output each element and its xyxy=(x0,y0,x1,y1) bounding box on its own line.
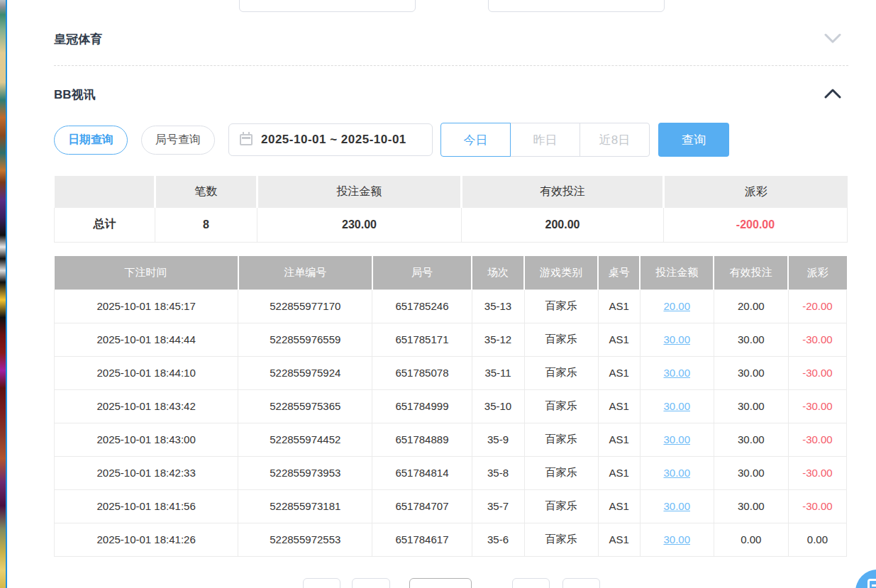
table-row: 2025-10-01 18:44:10522855975924651785078… xyxy=(55,356,847,389)
pagination-page-select[interactable] xyxy=(409,578,472,588)
bet-amount-link[interactable]: 30.00 xyxy=(663,367,690,379)
cell-round-id: 651784889 xyxy=(372,423,472,456)
cell-table-no: AS1 xyxy=(598,323,640,356)
cell-bet-id: 522855975924 xyxy=(238,356,372,389)
quick-button-昨日[interactable]: 昨日 xyxy=(510,123,580,157)
cell-game-type: 百家乐 xyxy=(524,389,598,423)
cell-payout: -30.00 xyxy=(788,323,846,356)
table-row: 2025-10-01 18:45:17522855977170651785246… xyxy=(55,289,847,323)
cell-bet-amount: 30.00 xyxy=(640,423,714,456)
cell-round-id: 651784814 xyxy=(372,456,472,489)
detail-header-cell: 游戏类别 xyxy=(524,256,598,289)
top-input-field-2[interactable] xyxy=(488,0,665,12)
summary-header-cell xyxy=(55,176,155,208)
tab-date-query[interactable]: 日期查询 xyxy=(54,126,128,155)
chevron-up-icon[interactable] xyxy=(824,88,841,99)
record-list-icon xyxy=(867,579,876,588)
summary-total-row: 总计 8 230.00 200.00 -200.00 xyxy=(55,208,848,242)
date-range-picker[interactable]: 2025-10-01 ~ 2025-10-01 xyxy=(228,123,433,156)
quick-button-今日[interactable]: 今日 xyxy=(440,123,511,157)
table-row: 2025-10-01 18:41:26522855972553651784617… xyxy=(55,523,847,556)
cell-table-no: AS1 xyxy=(598,423,640,456)
cell-payout: 0.00 xyxy=(788,523,846,556)
cell-payout: -30.00 xyxy=(788,489,846,523)
cell-game-type: 百家乐 xyxy=(524,523,598,556)
cell-bet-id: 522855975365 xyxy=(238,389,372,423)
summary-valid-bet: 200.00 xyxy=(462,208,664,242)
cell-session: 35-11 xyxy=(472,356,524,389)
cell-valid-bet: 30.00 xyxy=(714,356,788,389)
cell-round-id: 651785246 xyxy=(372,289,472,323)
summary-header-row: 笔数投注金额有效投注派彩 xyxy=(55,176,848,208)
cell-bet-amount: 30.00 xyxy=(640,323,714,356)
cell-valid-bet: 20.00 xyxy=(714,289,788,323)
cell-valid-bet: 30.00 xyxy=(714,456,788,489)
cell-bet-time: 2025-10-01 18:45:17 xyxy=(55,289,238,323)
detail-header-cell: 桌号 xyxy=(598,256,640,289)
cell-table-no: AS1 xyxy=(598,356,640,389)
bet-amount-link[interactable]: 30.00 xyxy=(663,400,690,412)
cell-session: 35-7 xyxy=(472,489,524,523)
cell-bet-id: 522855972553 xyxy=(238,523,372,556)
table-row: 2025-10-01 18:44:44522855976559651785171… xyxy=(55,323,847,356)
cell-session: 35-10 xyxy=(472,389,524,423)
betting-records-page: 皇冠体育 BB视讯 日期查询 局号查询 2025-10-01 ~ 2025-10… xyxy=(0,0,876,588)
cell-bet-amount: 30.00 xyxy=(640,489,714,523)
bet-amount-link[interactable]: 30.00 xyxy=(663,500,690,512)
pagination-button-1[interactable] xyxy=(303,578,340,588)
cell-bet-time: 2025-10-01 18:44:44 xyxy=(55,323,238,356)
tab-round-query[interactable]: 局号查询 xyxy=(141,126,215,155)
background-page-edge xyxy=(0,0,6,588)
cell-session: 35-12 xyxy=(472,323,524,356)
bet-amount-link[interactable]: 30.00 xyxy=(663,433,690,445)
detail-header-cell: 下注时间 xyxy=(55,256,238,289)
pagination-button-4[interactable] xyxy=(512,578,550,588)
section-divider xyxy=(54,65,848,66)
date-range-value: 2025-10-01 ~ 2025-10-01 xyxy=(261,133,406,147)
chevron-down-icon[interactable] xyxy=(824,33,841,44)
bet-amount-link[interactable]: 30.00 xyxy=(663,333,690,345)
cell-payout: -30.00 xyxy=(788,456,846,489)
cell-bet-id: 522855973953 xyxy=(238,456,372,489)
cell-table-no: AS1 xyxy=(598,389,640,423)
cell-game-type: 百家乐 xyxy=(524,456,598,489)
cell-table-no: AS1 xyxy=(598,289,640,323)
cell-valid-bet: 30.00 xyxy=(714,423,788,456)
cell-game-type: 百家乐 xyxy=(524,356,598,389)
detail-header-cell: 局号 xyxy=(372,256,472,289)
quick-button-近8日[interactable]: 近8日 xyxy=(580,123,650,157)
summary-header-cell: 有效投注 xyxy=(462,176,664,208)
calendar-icon xyxy=(240,134,253,145)
table-row: 2025-10-01 18:43:00522855974452651784889… xyxy=(55,423,847,456)
bet-amount-link[interactable]: 30.00 xyxy=(663,467,690,479)
top-input-field-1[interactable] xyxy=(239,0,416,12)
cell-payout: -30.00 xyxy=(788,356,846,389)
summary-payout: -200.00 xyxy=(664,208,848,242)
detail-header-cell: 场次 xyxy=(472,256,524,289)
floating-records-button[interactable] xyxy=(855,570,876,588)
cell-game-type: 百家乐 xyxy=(524,289,598,323)
cell-game-type: 百家乐 xyxy=(524,323,598,356)
cell-bet-id: 522855974452 xyxy=(238,423,372,456)
cell-bet-id: 522855977170 xyxy=(238,289,372,323)
table-row: 2025-10-01 18:42:33522855973953651784814… xyxy=(55,456,847,489)
cell-valid-bet: 30.00 xyxy=(714,323,788,356)
cell-bet-time: 2025-10-01 18:43:00 xyxy=(55,423,238,456)
pagination-button-2[interactable] xyxy=(352,578,390,588)
pagination-button-5[interactable] xyxy=(562,578,600,588)
search-button[interactable]: 查询 xyxy=(658,123,729,157)
cell-game-type: 百家乐 xyxy=(524,423,598,456)
cell-session: 35-6 xyxy=(472,523,524,556)
cell-game-type: 百家乐 xyxy=(524,489,598,523)
records-panel: 皇冠体育 BB视讯 日期查询 局号查询 2025-10-01 ~ 2025-10… xyxy=(7,0,876,588)
summary-table: 笔数投注金额有效投注派彩 总计 8 230.00 200.00 -200.00 xyxy=(54,176,848,243)
bet-amount-link[interactable]: 20.00 xyxy=(663,300,690,312)
bet-amount-link[interactable]: 30.00 xyxy=(663,533,690,545)
summary-bet-amount: 230.00 xyxy=(257,208,462,242)
cell-table-no: AS1 xyxy=(598,489,640,523)
cell-bet-time: 2025-10-01 18:42:33 xyxy=(55,456,238,489)
cell-bet-amount: 30.00 xyxy=(640,523,714,556)
cell-round-id: 651785078 xyxy=(372,356,472,389)
cell-payout: -20.00 xyxy=(788,289,846,323)
cell-bet-time: 2025-10-01 18:43:42 xyxy=(55,389,238,423)
